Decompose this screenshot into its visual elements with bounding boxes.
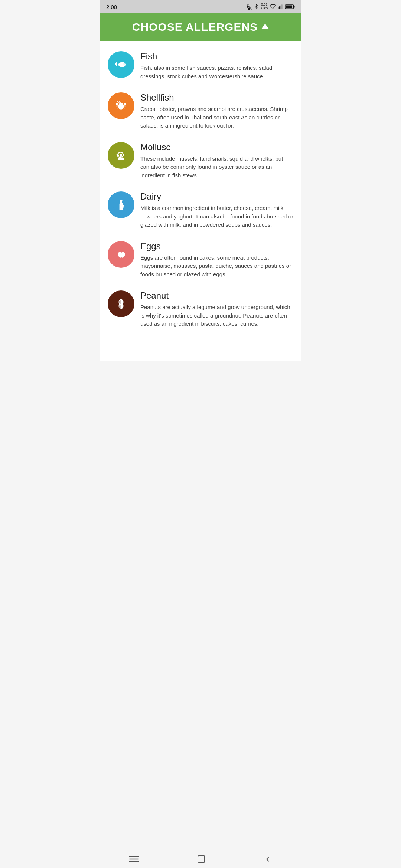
eggs-desc: Eggs are often found in cakes, some meat… [140, 254, 293, 279]
allergen-item-eggs[interactable]: Eggs Eggs are often found in cakes, some… [100, 235, 301, 285]
svg-rect-5 [280, 6, 281, 9]
svg-rect-33 [120, 203, 123, 210]
svg-point-11 [118, 62, 126, 67]
peanut-name: Peanut [140, 290, 293, 301]
bluetooth-icon [254, 4, 259, 10]
svg-point-31 [117, 154, 118, 155]
peanut-icon [108, 290, 134, 317]
eggs-text: Eggs Eggs are often found in cakes, some… [140, 241, 293, 279]
svg-point-13 [124, 63, 125, 65]
dairy-icon [108, 191, 134, 218]
wifi-icon [270, 4, 276, 9]
eggs-name: Eggs [140, 241, 293, 251]
svg-point-26 [113, 147, 129, 164]
peanut-text: Peanut Peanuts are actually a legume and… [140, 290, 293, 328]
allergen-item-peanut[interactable]: Peanut Peanuts are actually a legume and… [100, 285, 301, 334]
fish-icon [108, 51, 134, 78]
status-bar: 2:00 0.01KB/S [100, 0, 301, 13]
header-title-text: CHOOSE ALLERGENS [132, 21, 258, 33]
svg-point-27 [118, 157, 124, 160]
mollusc-text: Mollusc These include mussels, land snai… [140, 142, 293, 180]
status-icons: 0.01KB/S [246, 3, 295, 10]
dairy-desc: Milk is a common ingredient in butter, c… [140, 204, 293, 229]
eggs-icon [108, 241, 134, 268]
battery-icon [285, 4, 295, 9]
svg-point-30 [117, 154, 118, 155]
data-speed: 0.01KB/S [260, 3, 268, 10]
svg-rect-6 [281, 4, 282, 9]
svg-line-22 [124, 107, 125, 107]
allergen-item-dairy[interactable]: Dairy Milk is a common ingredient in but… [100, 185, 301, 235]
fish-desc: Fish, also in some fish sauces, pizzas, … [140, 64, 293, 80]
dairy-text: Dairy Milk is a common ingredient in but… [140, 191, 293, 229]
svg-point-15 [118, 103, 124, 110]
shellfish-name: Shellfish [140, 92, 293, 103]
mute-icon [246, 4, 252, 10]
svg-rect-3 [278, 7, 278, 9]
allergen-item-fish[interactable]: Fish Fish, also in some fish sauces, piz… [100, 45, 301, 86]
svg-rect-8 [294, 6, 295, 7]
fish-name: Fish [140, 51, 293, 62]
header-title[interactable]: CHOOSE ALLERGENS [106, 21, 295, 33]
peanut-desc: Peanuts are actually a legume and grow u… [140, 303, 293, 328]
shellfish-desc: Crabs, lobster, prawns and scampi are cr… [140, 105, 293, 130]
svg-rect-4 [279, 6, 280, 9]
signal-icon [278, 4, 284, 9]
header: CHOOSE ALLERGENS [100, 13, 301, 41]
chevron-up-icon [261, 24, 269, 29]
svg-rect-35 [120, 200, 122, 202]
allergen-item-shellfish[interactable]: Shellfish Crabs, lobster, prawns and sca… [100, 86, 301, 136]
shellfish-text: Shellfish Crabs, lobster, prawns and sca… [140, 92, 293, 130]
svg-rect-9 [286, 6, 292, 8]
allergen-item-mollusc[interactable]: Mollusc These include mussels, land snai… [100, 136, 301, 186]
allergen-list: Fish Fish, also in some fish sauces, piz… [100, 41, 301, 361]
svg-line-19 [117, 107, 118, 107]
status-time: 2:00 [106, 4, 117, 10]
mollusc-icon [108, 142, 134, 169]
mollusc-desc: These include mussels, land snails, squi… [140, 155, 293, 180]
dairy-name: Dairy [140, 191, 293, 202]
fish-text: Fish Fish, also in some fish sauces, piz… [140, 51, 293, 80]
shellfish-icon [108, 92, 134, 119]
mollusc-name: Mollusc [140, 142, 293, 152]
